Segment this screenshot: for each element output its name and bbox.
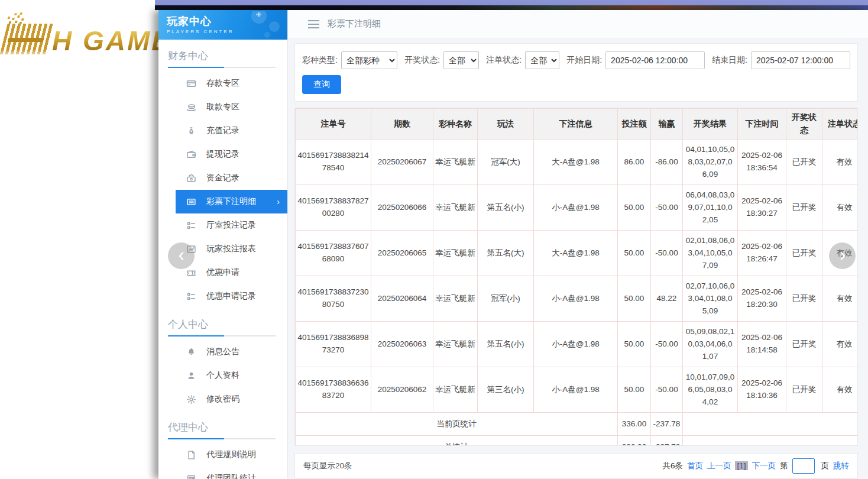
sidebar-item-agent-team-stats[interactable]: 代理团队统计 <box>176 467 287 479</box>
scroll-right-button[interactable] <box>829 242 856 269</box>
next-page-link[interactable]: 下一页 <box>752 461 776 471</box>
sidebar-item-label: 玩家投注报表 <box>206 244 256 254</box>
sidebar-item-lottery-bet-detail[interactable]: 彩票下注明细 › <box>176 190 287 213</box>
table-cell: 已开奖 <box>786 322 822 367</box>
hamburger-menu-icon[interactable] <box>308 18 319 31</box>
col-header: 注单状态 <box>822 109 859 140</box>
sidebar-item-label: 代理规则说明 <box>206 449 256 460</box>
players-center-window: 玩家中心 PLAYERS CENTER 财务中心 <box>158 10 868 479</box>
logo-text: H GAME <box>52 27 171 54</box>
table-cell: -50.00 <box>651 322 683 367</box>
section-label: 代理中心 <box>168 420 287 434</box>
sidebar-item-fund-record[interactable]: 资金记录 <box>176 166 287 190</box>
draw-status-select[interactable]: 全部 <box>443 51 479 69</box>
sidebar-item-label: 个人资料 <box>206 370 239 381</box>
end-date-label: 结束日期: <box>712 55 747 66</box>
summary-label: 当前页统计 <box>296 413 618 436</box>
table-cell: 冠军(大) <box>478 140 534 185</box>
summary-bet-total: 336.00 <box>618 413 651 436</box>
sidebar-item-label: 代理团队统计 <box>206 473 256 479</box>
table-cell: 第五名(大) <box>478 231 534 276</box>
col-header: 注单号 <box>296 109 371 140</box>
screen: H GAME 玩家中心 PLAYERS CENTER 财务中心 <box>0 0 868 479</box>
table-cell: -50.00 <box>651 231 683 276</box>
sidebar-section-personal: 个人中心 消息公告 个人资料 <box>158 318 287 411</box>
table-cell: 第五名(小) <box>478 322 534 367</box>
current-page-indicator: [1] <box>735 461 747 470</box>
section-label: 财务中心 <box>168 49 287 63</box>
summary-empty <box>683 436 859 446</box>
scroll-left-button[interactable] <box>168 242 195 269</box>
table-cell: 20250206063 <box>371 322 433 367</box>
table-row: 40156917388378270028020250206066幸运飞艇新第五名… <box>296 185 859 231</box>
table-cell: 20250206064 <box>371 276 433 322</box>
checklist-icon <box>186 292 196 302</box>
bell-icon <box>186 347 196 357</box>
first-page-link[interactable]: 首页 <box>687 461 703 471</box>
top-dark-strip <box>155 5 868 10</box>
sidebar-item-withdraw-record[interactable]: 提现记录 <box>176 143 287 166</box>
col-header: 期数 <box>371 109 433 140</box>
table-cell: 401569173883689873270 <box>296 322 371 367</box>
table-cell: 小-A盘@1.98 <box>534 322 618 367</box>
table-cell: 06,04,08,03,09,07,01,10,02,05 <box>683 185 738 231</box>
table-cell: 2025-02-06 18:26:47 <box>738 231 786 276</box>
table-cell: 幸运飞艇新 <box>433 185 478 231</box>
coupon-icon <box>186 268 196 278</box>
table-cell: 幸运飞艇新 <box>433 276 478 322</box>
sidebar-section-agent: 代理中心 代理规则说明 代理团队统计 <box>158 420 287 479</box>
sidebar-item-deposit[interactable]: 存款专区 <box>176 72 287 95</box>
sidebar-item-withdraw[interactable]: 取款专区 <box>176 95 287 119</box>
query-button[interactable]: 查询 <box>302 75 341 94</box>
sidebar-item-label: 提现记录 <box>206 149 239 160</box>
site-logo: H GAME <box>4 20 171 54</box>
sidebar-item-label: 存款专区 <box>206 78 239 89</box>
total-count-text: 共6条 <box>662 461 683 471</box>
summary-winloss-total: -237.78 <box>651 436 683 446</box>
sidebar-item-promo-apply[interactable]: 优惠申请 <box>176 261 287 284</box>
sidebar-item-hall-bet-record[interactable]: 厅室投注记录 <box>176 213 287 237</box>
table-cell: -86.00 <box>651 140 683 185</box>
table-row: 40156917388376076809020250206065幸运飞艇新第五名… <box>296 231 859 276</box>
sidebar-item-agent-rules[interactable]: 代理规则说明 <box>176 443 287 467</box>
jump-link[interactable]: 跳转 <box>833 461 849 471</box>
table-cell: 50.00 <box>618 322 651 367</box>
sidebar-item-label: 取款专区 <box>206 102 239 112</box>
deposit-card-icon <box>186 79 196 89</box>
end-date-input[interactable] <box>751 51 850 69</box>
chevron-right-icon: › <box>277 197 280 206</box>
sidebar-item-label: 修改密码 <box>206 394 239 404</box>
lottery-type-select[interactable]: 全部彩种 <box>341 51 397 69</box>
table-cell: -50.00 <box>651 367 683 413</box>
table-cell: 401569173883723080750 <box>296 276 371 322</box>
start-date-input[interactable] <box>605 51 705 69</box>
withdraw-hand-icon <box>186 102 196 112</box>
table-header-row: 注单号 期数 彩种名称 玩法 下注信息 投注额 输赢 开奖结果 下注时间 开奖状… <box>296 109 859 140</box>
table-cell: 大-A盘@1.98 <box>534 231 618 276</box>
table-row: 40156917388382147854020250206067幸运飞艇新冠军(… <box>296 140 859 185</box>
page-number-input[interactable] <box>792 458 815 474</box>
news-icon <box>186 474 196 479</box>
gamepad-decoration <box>241 11 284 38</box>
table-cell: 50.00 <box>618 185 651 231</box>
pagination-bar: 每页显示20条 共6条 首页 上一页 [1] 下一页 第 页 跳转 <box>294 453 858 479</box>
sidebar-item-recharge-record[interactable]: ¥ 充值记录 <box>176 119 287 143</box>
order-status-select[interactable]: 全部 <box>525 51 559 69</box>
table-cell: 2025-02-06 18:20:30 <box>738 276 786 322</box>
prev-page-link[interactable]: 上一页 <box>707 461 731 471</box>
table-cell: 有效 <box>822 185 859 231</box>
table-cell: 48.22 <box>651 276 683 322</box>
page-prefix-text: 第 <box>780 461 788 471</box>
sidebar-item-promo-apply-record[interactable]: 优惠申请记录 <box>176 284 287 308</box>
table-cell: 50.00 <box>618 231 651 276</box>
sidebar-item-announcements[interactable]: 消息公告 <box>176 340 287 364</box>
table-cell: 20250206065 <box>371 231 433 276</box>
table-cell: 401569173883821478540 <box>296 140 371 185</box>
filter-panel: 彩种类型: 全部彩种 开奖状态: 全部 注单状态: 全部 开始日期: <box>294 43 858 102</box>
sidebar-item-change-password[interactable]: 修改密码 <box>176 387 287 411</box>
gear-icon <box>186 394 196 404</box>
col-header: 彩种名称 <box>433 109 478 140</box>
table-cell: 86.00 <box>618 140 651 185</box>
summary-empty <box>683 413 859 436</box>
sidebar-item-profile[interactable]: 个人资料 <box>176 364 287 387</box>
